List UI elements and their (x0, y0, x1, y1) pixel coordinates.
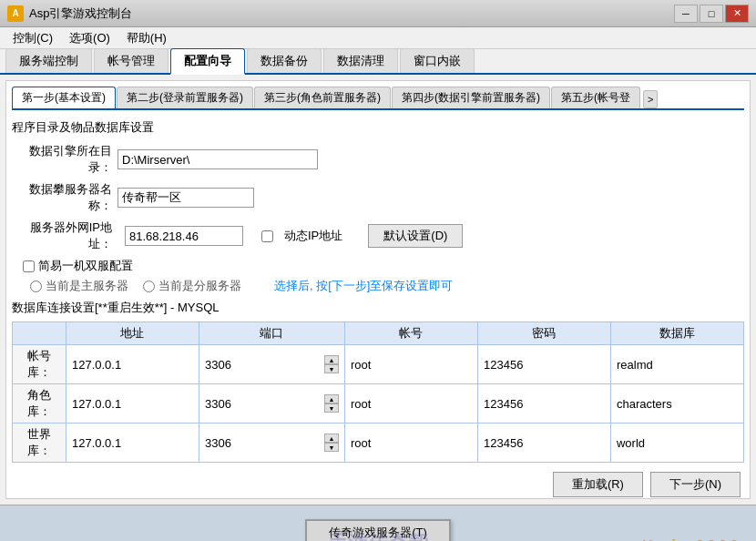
menu-options[interactable]: 选项(O) (62, 28, 117, 48)
port-up-1[interactable]: ▲ (324, 394, 339, 403)
main-content: 第一步(基本设置) 第二步(登录前置服务器) 第三步(角色前置服务器) 第四步(… (5, 80, 751, 499)
password-cell-0[interactable] (477, 345, 610, 384)
col-header-database: 数据库 (610, 322, 743, 345)
col-header-rowlabel (13, 322, 66, 345)
server-ip-input[interactable] (125, 226, 243, 246)
next-button[interactable]: 下一步(N) (650, 472, 741, 497)
slave-server-radio[interactable] (143, 281, 155, 292)
address-input-0[interactable] (72, 358, 193, 372)
engine-dir-input[interactable] (117, 149, 318, 169)
port-up-2[interactable]: ▲ (324, 434, 339, 443)
row-label-0: 帐号库： (13, 345, 66, 384)
version-label: Version 2.0.0.0 (643, 536, 738, 541)
port-down-0[interactable]: ▼ (324, 364, 339, 373)
maximize-button[interactable]: □ (700, 5, 723, 23)
port-cell-1: ▲ ▼ (199, 384, 344, 424)
title-bar: A Asp引擎游戏控制台 ─ □ ✕ (0, 0, 756, 27)
address-cell-2[interactable] (66, 424, 199, 463)
tab-data-backup[interactable]: 数据备份 (247, 48, 322, 73)
title-bar-controls: ─ □ ✕ (674, 5, 749, 23)
row-label-2: 世界库： (13, 424, 66, 463)
watermark: 手游传奇帮 (328, 530, 428, 541)
inner-tab-step3[interactable]: 第三步(角色前置服务器) (254, 87, 391, 108)
bottom-bar: 重加载(R) 下一步(N) (12, 472, 744, 497)
menu-bar: 控制(C) 选项(O) 帮助(H) (0, 27, 756, 49)
table-row: 帐号库： ▲ ▼ (13, 345, 744, 384)
menu-control[interactable]: 控制(C) (5, 28, 60, 48)
server-ip-row: 服务器外网IP地址： 动态IP地址 默认设置(D) (12, 219, 744, 252)
password-input-1[interactable] (484, 397, 605, 411)
account-input-0[interactable] (351, 358, 472, 372)
port-cell-2: ▲ ▼ (199, 424, 344, 463)
db-server-name-input[interactable] (117, 188, 254, 208)
close-button[interactable]: ✕ (725, 5, 749, 23)
reload-button[interactable]: 重加载(R) (553, 472, 643, 497)
server-role-row: 当前是主服务器 当前是分服务器 选择后, 按[下一步]至保存设置即可 (30, 278, 744, 294)
database-input-1[interactable] (617, 397, 738, 411)
port-spinner-2: ▲ ▼ (324, 434, 339, 452)
master-server-radio[interactable] (30, 281, 42, 292)
table-row: 世界库： ▲ ▼ (13, 424, 744, 463)
port-input-1[interactable] (205, 394, 322, 413)
footer: 传奇游戏服务器(T) Version 2.0.0.0 手游传奇帮 (0, 505, 756, 541)
port-cell-0: ▲ ▼ (199, 345, 344, 384)
slave-server-label: 当前是分服务器 (143, 278, 241, 294)
database-input-2[interactable] (617, 436, 738, 450)
tab-config-wizard[interactable]: 配置向导 (170, 48, 245, 75)
address-input-1[interactable] (72, 397, 193, 411)
top-tab-bar: 服务端控制 帐号管理 配置向导 数据备份 数据清理 窗口内嵌 (0, 49, 756, 75)
db-server-name-label: 数据攀服务器名称： (12, 181, 112, 214)
port-up-0[interactable]: ▲ (324, 355, 339, 364)
database-cell-1[interactable] (610, 384, 743, 424)
inner-tab-step4[interactable]: 第四步(数据引擎前置服务器) (392, 87, 550, 108)
password-cell-1[interactable] (477, 384, 610, 424)
port-input-2[interactable] (205, 434, 322, 452)
app-icon: A (7, 5, 24, 22)
address-cell-1[interactable] (66, 384, 199, 424)
default-settings-button[interactable]: 默认设置(D) (368, 224, 463, 248)
title-bar-left: A Asp引擎游戏控制台 (7, 5, 132, 22)
inner-tab-step1[interactable]: 第一步(基本设置) (12, 87, 116, 110)
dynamic-ip-checkbox[interactable] (261, 230, 273, 242)
account-input-1[interactable] (351, 397, 472, 411)
master-server-label: 当前是主服务器 (30, 278, 128, 294)
database-cell-0[interactable] (610, 345, 743, 384)
tab-server-control[interactable]: 服务端控制 (5, 48, 92, 73)
col-header-port: 端口 (199, 322, 344, 345)
tab-data-clear[interactable]: 数据清理 (323, 48, 398, 73)
title-bar-text: Asp引擎游戏控制台 (29, 5, 132, 22)
inner-tab-bar: 第一步(基本设置) 第二步(登录前置服务器) 第三步(角色前置服务器) 第四步(… (12, 87, 744, 110)
col-header-account: 帐号 (345, 322, 478, 345)
inner-tab-nav-next[interactable]: > (643, 90, 658, 108)
simple-dual-row: 简易一机双服配置 (23, 258, 744, 274)
address-input-2[interactable] (72, 436, 193, 450)
section-title: 程序目录及物品数据库设置 (12, 119, 744, 136)
menu-help[interactable]: 帮助(H) (119, 28, 174, 48)
port-input-0[interactable] (205, 355, 322, 373)
port-down-1[interactable]: ▼ (324, 403, 339, 413)
database-input-0[interactable] (617, 358, 738, 372)
row-label-1: 角色库： (13, 384, 66, 424)
db-table: 地址 端口 帐号 密码 数据库 帐号库： ▲ ▼ (12, 322, 744, 463)
inner-tab-step2[interactable]: 第二步(登录前置服务器) (117, 87, 253, 108)
inner-tab-step5[interactable]: 第五步(帐号登 (551, 87, 640, 108)
account-cell-2[interactable] (345, 424, 478, 463)
tab-account-mgmt[interactable]: 帐号管理 (94, 48, 169, 73)
address-cell-0[interactable] (66, 345, 199, 384)
tab-window-embed[interactable]: 窗口内嵌 (400, 48, 475, 73)
password-input-2[interactable] (484, 436, 605, 450)
simple-dual-checkbox[interactable] (23, 260, 35, 272)
account-input-2[interactable] (351, 436, 472, 450)
port-spinner-1: ▲ ▼ (324, 394, 339, 413)
account-cell-0[interactable] (345, 345, 478, 384)
account-cell-1[interactable] (345, 384, 478, 424)
engine-dir-label: 数据引擎所在目录： (12, 143, 112, 176)
hint-text: 选择后, 按[下一步]至保存设置即可 (274, 278, 453, 294)
db-server-name-row: 数据攀服务器名称： (12, 181, 744, 214)
simple-dual-label: 简易一机双服配置 (38, 258, 133, 274)
database-cell-2[interactable] (610, 424, 743, 463)
password-cell-2[interactable] (477, 424, 610, 463)
password-input-0[interactable] (484, 358, 605, 372)
port-down-2[interactable]: ▼ (324, 443, 339, 452)
minimize-button[interactable]: ─ (674, 5, 698, 23)
